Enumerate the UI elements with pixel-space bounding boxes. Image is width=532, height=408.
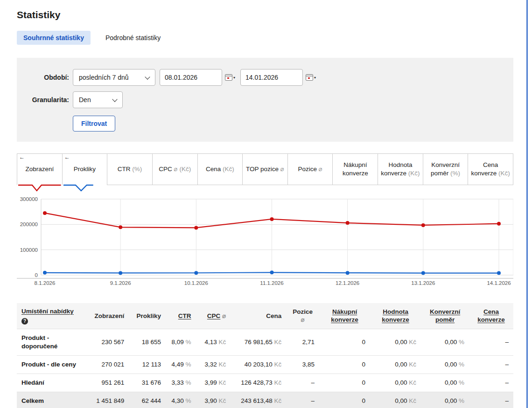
data-point (270, 217, 274, 221)
col-header-7[interactable]: Nákupní konverze (319, 303, 370, 329)
cell: 3,32 Kč (196, 355, 231, 373)
cell: 0,00 % (421, 329, 469, 355)
metric-tab-label: Cena konverze (Kč) (471, 161, 510, 177)
svg-text:300000: 300000 (20, 196, 38, 202)
svg-text:14.1.2026: 14.1.2026 (487, 280, 511, 286)
data-point (194, 271, 198, 275)
granularity-select[interactable]: Den (73, 91, 123, 108)
data-point (270, 270, 274, 274)
help-icon[interactable]: ? (21, 318, 28, 325)
scrollbar[interactable] (526, 0, 528, 408)
col-header-10[interactable]: Cena konverze (469, 303, 513, 329)
metric-tab-unit: (Kč) (498, 170, 510, 177)
tab-souhrnne-statistiky[interactable]: Souhrnné statistiky (17, 31, 91, 45)
data-point (119, 225, 122, 229)
granularity-row: Granularita: Den (26, 91, 504, 108)
metric-tab-6[interactable]: Pozice ⌀ (287, 153, 333, 185)
metric-tab-label: CPC ⌀ (Kč) (159, 165, 191, 173)
metric-tab-0[interactable]: ←Zobrazení (17, 153, 63, 185)
metric-tab-label: Hodnota konverze (Kč) (381, 161, 420, 177)
metric-tab-10[interactable]: Cena konverze (Kč) (468, 153, 513, 185)
filter-panel: Období: posledních 7 dnů ▾ ▾ Granularita… (17, 58, 513, 142)
period-label: Období: (26, 74, 69, 81)
calendar-to-button[interactable]: ▾ (305, 73, 317, 82)
col-header-3[interactable]: CTR (166, 303, 196, 329)
cell: 3,90 Kč (196, 392, 231, 408)
metric-tab-8[interactable]: Hodnota konverze (Kč) (378, 153, 423, 185)
move-left-icon[interactable]: ← (64, 154, 70, 160)
table-row: Produkt - dle ceny270 02112 1134,49 %3,3… (17, 355, 513, 373)
data-point (43, 271, 47, 275)
date-from-input[interactable] (160, 69, 222, 86)
metric-tab-unit: ⌀ (319, 166, 322, 173)
data-point (346, 271, 350, 275)
col-header-4[interactable]: CPC ⌀ (196, 303, 231, 329)
metric-tab-4[interactable]: Cena (Kč) (197, 153, 243, 185)
cell: 4,49 % (166, 355, 196, 373)
cell: 8,09 % (166, 329, 196, 355)
col-header-9[interactable]: Konverzní poměr (421, 303, 469, 329)
cell: 270 021 (87, 355, 129, 373)
metric-tab-2[interactable]: CTR (%) (107, 153, 153, 185)
cell: 0,00 Kč (370, 329, 421, 355)
calendar-from-button[interactable]: ▾ (224, 73, 236, 82)
cell: 0,00 Kč (370, 355, 421, 373)
date-to-input[interactable] (240, 69, 303, 86)
data-point (497, 271, 501, 275)
data-point (346, 221, 350, 225)
table-row: Produkt - doporučené230 56718 6558,09 %4… (17, 329, 513, 355)
table-row-total: Celkem1 451 84962 4444,30 %3,90 Kč243 61… (17, 392, 513, 408)
metric-tab-label: Konverzní poměr (%) (426, 161, 465, 177)
tab-podrobne-statistiky[interactable]: Podrobné statistiky (99, 31, 167, 45)
cell: 0 (319, 392, 370, 408)
col-header-8[interactable]: Hodnota konverze (370, 303, 421, 329)
row-label: Hledání (17, 374, 87, 392)
metric-tab-7[interactable]: Nákupní konverze (332, 153, 378, 185)
cell: 1 451 849 (87, 392, 129, 408)
row-label: Produkt - dle ceny (17, 355, 87, 373)
svg-text:10.1.2026: 10.1.2026 (184, 280, 208, 286)
statistics-page: Statistiky Souhrnné statistiky Podrobné … (0, 0, 532, 408)
cell: 0 (319, 355, 370, 373)
line-chart: 01000002000003000008.1.20269.1.202610.1.… (17, 194, 513, 288)
cell: 0,00 Kč (370, 374, 421, 392)
x-axis-labels: 8.1.20269.1.202610.1.202611.1.202612.1.2… (35, 280, 511, 286)
col-header-6: Pozice ⌀ (286, 303, 319, 329)
svg-text:9.1.2026: 9.1.2026 (110, 280, 131, 286)
metric-tab-1[interactable]: ←Prokliky (62, 153, 108, 185)
caret-down-icon: ▾ (233, 76, 235, 80)
cell: 0,00 % (421, 355, 469, 373)
caret-down-icon: ▾ (314, 76, 316, 80)
metric-tab-label: CTR (%) (118, 165, 142, 173)
metric-tab-label: Prokliky (74, 165, 96, 173)
period-select[interactable]: posledních 7 dnů (73, 69, 155, 86)
period-row: Období: posledních 7 dnů ▾ ▾ (26, 69, 504, 86)
chart-svg: 01000002000003000008.1.20269.1.202610.1.… (17, 194, 513, 288)
cell: 0 (319, 329, 370, 355)
metric-tab-unit: (Kč) (223, 166, 234, 173)
cell: 12 113 (129, 355, 166, 373)
metric-tab-5[interactable]: TOP pozice ⌀ (242, 153, 288, 185)
cell: 76 981,65 Kč (231, 329, 286, 355)
metric-tab-9[interactable]: Konverzní poměr (%) (423, 153, 469, 185)
cell: 62 444 (129, 392, 166, 408)
cell: 243 613,48 Kč (231, 392, 286, 408)
cell: – (286, 392, 319, 408)
metric-tab-label: Nákupní konverze (336, 161, 375, 177)
metric-tab-label: Zobrazení (25, 165, 54, 173)
data-point (194, 226, 198, 229)
cell: 0,00 Kč (370, 392, 421, 408)
cell: – (469, 329, 513, 355)
svg-text:13.1.2026: 13.1.2026 (411, 280, 435, 286)
cell: 4,30 % (166, 392, 196, 408)
col-header-0[interactable]: Umístění nabídky? (17, 303, 87, 329)
cell: 0,00 % (421, 374, 469, 392)
chevron-down-icon (112, 97, 117, 102)
cell: 4,13 Kč (196, 329, 231, 355)
metric-tab-unit: ⌀ (280, 166, 284, 173)
cell: 31 676 (129, 374, 166, 392)
filter-submit-button[interactable]: Filtrovat (73, 116, 115, 131)
move-left-icon[interactable]: ← (19, 154, 25, 160)
metric-sparkline (17, 182, 62, 193)
metric-tab-3[interactable]: CPC ⌀ (Kč) (152, 153, 198, 185)
